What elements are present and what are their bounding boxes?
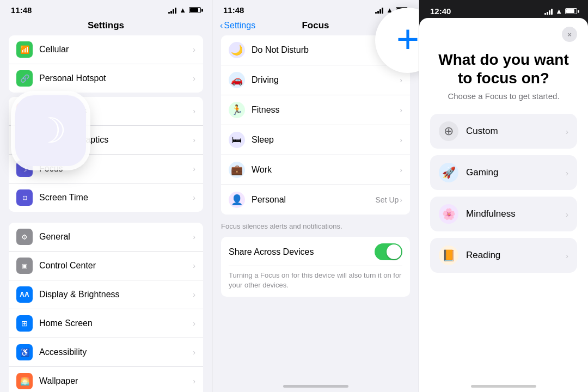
work-icon: 💼: [229, 162, 245, 178]
reading-icon: 📙: [439, 246, 458, 265]
general-label: General: [39, 232, 193, 242]
close-button[interactable]: ×: [562, 27, 577, 42]
mindfulness-option[interactable]: 🌸 Mindfulness ›: [430, 197, 577, 231]
wifi-icon-3: ▲: [555, 7, 562, 15]
battery-icon-3: [565, 8, 577, 14]
time-1: 11:48: [11, 5, 32, 15]
display-icon: AA: [16, 286, 33, 303]
gaming-label: Gaming: [466, 167, 566, 178]
focus-options-list: ⊕ Custom › 🚀 Gaming › 🌸 Mindfulness › 📙 …: [430, 114, 577, 273]
custom-label: Custom: [466, 126, 566, 137]
fitness-icon: 🏃: [229, 102, 245, 118]
plus-icon: +: [396, 19, 419, 58]
screen-time-item[interactable]: ⊡ Screen Time ›: [9, 183, 203, 212]
accessibility-icon: ♿: [16, 344, 33, 360]
sleep-chevron: ›: [400, 136, 402, 144]
custom-icon: ⊕: [439, 121, 458, 141]
home-indicator-2: [283, 385, 348, 388]
home-screen-item[interactable]: ⊞ Home Screen ›: [9, 309, 203, 338]
back-button[interactable]: ‹ Settings: [220, 21, 255, 30]
focus-nav-title: Focus: [302, 20, 329, 31]
gaming-icon: 🚀: [439, 163, 458, 182]
control-center-icon: ▣: [16, 258, 33, 274]
personal-label: Personal: [252, 195, 376, 205]
status-icons-3: ▲: [544, 7, 577, 15]
reading-label: Reading: [466, 250, 566, 261]
cellular-item[interactable]: 📶 Cellular ›: [9, 35, 203, 64]
top-settings-list: 📶 Cellular › 🔗 Personal Hotspot ›: [9, 35, 203, 93]
time-2: 11:48: [223, 5, 244, 15]
time-3: 12:40: [430, 7, 451, 16]
cellular-icon: 📶: [16, 41, 33, 58]
back-label: Settings: [224, 21, 255, 30]
home-screen-icon: ⊞: [16, 315, 33, 332]
gaming-chevron: ›: [566, 168, 568, 177]
control-center-item[interactable]: ▣ Control Center ›: [9, 252, 203, 280]
wallpaper-label: Wallpaper: [39, 376, 193, 386]
accessibility-label: Accessibility: [39, 347, 193, 357]
signal-icon-2: [375, 7, 383, 14]
wallpaper-item[interactable]: 🌅 Wallpaper ›: [9, 367, 203, 392]
fitness-chevron: ›: [400, 106, 402, 114]
wifi-icon: ▲: [179, 6, 186, 14]
accessibility-item[interactable]: ♿ Accessibility ›: [9, 338, 203, 367]
status-bar-3: 12:40 ▲: [419, 0, 588, 18]
reading-chevron: ›: [566, 251, 568, 260]
status-icons-1: ▲: [168, 6, 201, 14]
display-label: Display & Brightness: [39, 290, 193, 299]
home-screen-label: Home Screen: [39, 318, 193, 328]
share-toggle[interactable]: [375, 243, 402, 260]
screen-time-icon: ⊡: [16, 189, 33, 206]
reading-option[interactable]: 📙 Reading ›: [430, 238, 577, 273]
focus-note: Focus silences alerts and notifications.: [212, 219, 419, 237]
cellular-label: Cellular: [39, 45, 193, 54]
focus-chooser-content: × What do you want to focus on? Choose a…: [419, 18, 588, 392]
share-row: Share Across Devices: [229, 243, 402, 266]
focus-list: 🌙 Do Not Disturb › 🚗 Driving › 🏃 Fitness…: [221, 35, 410, 215]
home-indicator-3: [471, 385, 536, 388]
cellular-chevron: ›: [193, 45, 195, 54]
general-item[interactable]: ⚙ General ›: [9, 223, 203, 252]
share-desc: Turning a Focus on for this device will …: [229, 266, 402, 295]
status-bar-1: 11:48 ▲: [0, 0, 212, 17]
hotspot-item[interactable]: 🔗 Personal Hotspot ›: [9, 64, 203, 93]
sleep-icon: 🛏: [229, 132, 245, 148]
sleep-label: Sleep: [252, 135, 400, 145]
display-brightness-item[interactable]: AA Display & Brightness ›: [9, 280, 203, 309]
crescent-icon: ☽: [35, 111, 66, 151]
focus-question-text: What do you want to focus on?: [430, 51, 577, 87]
focus-icon-overlay: ☽: [15, 95, 86, 166]
settings-title: Settings: [0, 17, 212, 35]
hotspot-chevron: ›: [193, 74, 195, 83]
fitness-item[interactable]: 🏃 Fitness ›: [221, 95, 410, 125]
screen-time-label: Screen Time: [39, 193, 193, 203]
gaming-option[interactable]: 🚀 Gaming ›: [430, 155, 577, 190]
wallpaper-icon: 🌅: [16, 373, 33, 389]
focus-subtitle-text: Choose a Focus to get started.: [430, 91, 577, 101]
driving-item[interactable]: 🚗 Driving ›: [221, 65, 410, 95]
general-settings-list: ⚙ General › ▣ Control Center › AA Displa…: [9, 223, 203, 392]
general-icon: ⚙: [16, 229, 33, 245]
sleep-item[interactable]: 🛏 Sleep ›: [221, 125, 410, 155]
personal-icon: 👤: [229, 192, 245, 208]
work-chevron: ›: [400, 166, 402, 174]
work-label: Work: [252, 165, 400, 175]
personal-item[interactable]: 👤 Personal Set Up ›: [221, 185, 410, 215]
work-item[interactable]: 💼 Work ›: [221, 155, 410, 185]
personal-chevron: ›: [400, 195, 402, 204]
custom-option[interactable]: ⊕ Custom ›: [430, 114, 577, 149]
settings-panel: 11:48 ▲ Settings 📶 Cellular › 🔗 Personal…: [0, 0, 212, 392]
mindfulness-label: Mindfulness: [466, 209, 566, 219]
share-label: Share Across Devices: [229, 247, 375, 257]
signal-icon-3: [544, 8, 553, 15]
hotspot-label: Personal Hotspot: [39, 74, 193, 83]
focus-panel: 11:48 ▲ ‹ Settings Focus 🌙 Do Not Distur…: [212, 0, 419, 392]
focus-chooser-panel: 12:40 ▲ × What do you want to focus on? …: [419, 0, 588, 392]
control-center-label: Control Center: [39, 261, 193, 271]
back-chevron: ‹: [220, 21, 223, 30]
signal-icon: [168, 7, 176, 14]
mindfulness-chevron: ›: [566, 210, 568, 219]
driving-label: Driving: [252, 75, 400, 85]
share-section: Share Across Devices Turning a Focus on …: [221, 237, 410, 297]
battery-icon: [189, 7, 201, 13]
